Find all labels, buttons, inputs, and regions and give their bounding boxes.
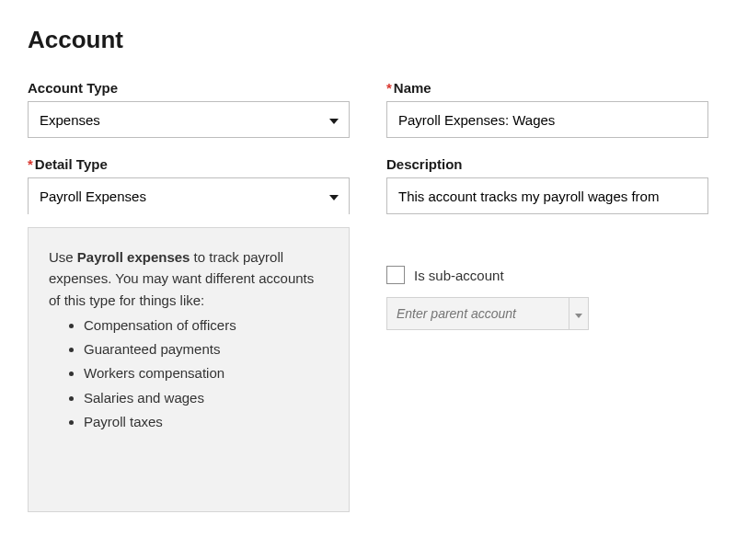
detail-type-label: *Detail Type	[28, 156, 350, 172]
parent-account-input[interactable]	[386, 297, 569, 330]
account-type-field: Account Type	[28, 80, 350, 138]
sub-account-row: Is sub-account	[386, 266, 708, 284]
required-asterisk: *	[386, 80, 392, 96]
detail-type-select[interactable]	[28, 177, 350, 214]
account-type-value[interactable]	[28, 101, 350, 138]
description-field: Description	[386, 156, 708, 214]
help-item: Guaranteed payments	[84, 338, 328, 360]
help-item: Workers compensation	[84, 362, 328, 383]
name-field: *Name	[386, 80, 708, 138]
parent-account-select[interactable]	[386, 297, 589, 330]
name-label: *Name	[386, 80, 708, 96]
account-type-label: Account Type	[28, 80, 350, 96]
caret-down-icon	[575, 305, 582, 322]
help-item: Salaries and wages	[84, 387, 328, 408]
page-title: Account	[28, 26, 708, 54]
description-label: Description	[386, 156, 708, 172]
required-asterisk: *	[28, 156, 33, 172]
help-list: Compensation of officers Guaranteed paym…	[49, 314, 328, 432]
sub-account-checkbox[interactable]	[386, 266, 405, 284]
description-input[interactable]	[386, 177, 708, 214]
help-item: Compensation of officers	[84, 314, 328, 336]
account-form: Account Type *Detail Type Use Payroll	[28, 80, 708, 512]
help-item: Payroll taxes	[84, 411, 328, 432]
detail-type-help-panel: Use Payroll expenses to track payroll ex…	[28, 227, 350, 512]
detail-type-field: *Detail Type	[28, 156, 350, 214]
detail-type-value[interactable]	[28, 177, 350, 214]
help-intro: Use Payroll expenses to track payroll ex…	[49, 246, 328, 311]
sub-account-label: Is sub-account	[414, 268, 504, 283]
parent-account-caret-button[interactable]	[569, 297, 589, 330]
name-input[interactable]	[386, 101, 708, 138]
account-type-select[interactable]	[28, 101, 350, 138]
